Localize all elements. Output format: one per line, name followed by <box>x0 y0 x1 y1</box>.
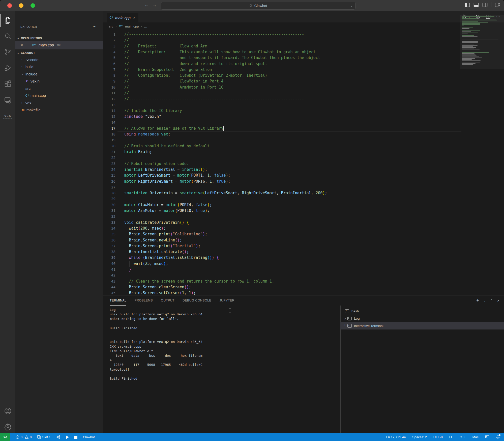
notifications-bell[interactable] <box>496 435 500 440</box>
code-line[interactable]: 21brain Brain; <box>103 149 504 155</box>
code-line[interactable]: 18using namespace vex; <box>103 131 504 137</box>
code-line[interactable]: 1//-------------------------------------… <box>103 32 504 37</box>
project-name-status[interactable]: Clawbot <box>83 435 95 439</box>
code-line[interactable]: 2// <box>103 37 504 43</box>
code-line[interactable]: 40 wait(25, msec); <box>103 261 504 267</box>
sidebar-item-search[interactable] <box>0 30 15 43</box>
panel-tab-jupyter[interactable]: JUPYTER <box>219 295 234 306</box>
slot-status[interactable]: Slot 1 <box>37 435 50 439</box>
code-line[interactable]: 27 <box>103 184 504 190</box>
terminal-list-item-bash[interactable]: bash <box>340 308 504 315</box>
run-program-button[interactable] <box>66 435 69 439</box>
close-tab-icon[interactable]: × <box>133 16 135 20</box>
settings-button[interactable] <box>0 420 15 433</box>
code-line[interactable]: 31motor ArmMotor = motor(PORT10, true); <box>103 208 504 214</box>
code-line[interactable]: 11// <box>103 90 504 96</box>
tree-item-include[interactable]: ⌄include <box>15 70 103 78</box>
platform-status[interactable]: Mac <box>472 435 479 439</box>
breadcrumb-symbol[interactable]: … <box>144 24 147 28</box>
code-line[interactable]: 38 BrainInertial.calibrate(); <box>103 249 504 255</box>
minimap[interactable] <box>462 16 503 65</box>
close-icon[interactable]: × <box>21 43 26 47</box>
command-center-search[interactable]: Clawbot ⌄ <box>161 2 355 10</box>
code-line[interactable]: 5// and transports it forward. The Clawb… <box>103 55 504 61</box>
code-line[interactable]: 12//------------------------------------… <box>103 96 504 102</box>
tree-item-main-cpp[interactable]: C⁺main.cpp <box>15 92 103 99</box>
panel-tab-output[interactable]: OUTPUT <box>161 295 174 306</box>
code-line[interactable]: 20// Brain should be defined by default <box>103 143 504 149</box>
breadcrumb-src[interactable]: src <box>109 24 113 28</box>
code-line[interactable]: 14// Include the IQ Library <box>103 108 504 114</box>
customize-layout-icon[interactable] <box>495 3 500 7</box>
code-line[interactable]: 3// Project: Claw and Arm <box>103 43 504 49</box>
open-editor-item-maincpp[interactable]: × C⁺ main.cpp src <box>15 41 103 49</box>
remote-indicator[interactable]: >< <box>0 433 10 441</box>
tree-item-vex[interactable]: ›vex <box>15 99 103 106</box>
close-panel-icon[interactable]: × <box>497 298 499 303</box>
vex-brain-button[interactable] <box>56 435 61 439</box>
toggle-sidebar-icon[interactable] <box>465 3 470 7</box>
sidebar-item-extensions[interactable] <box>0 77 15 91</box>
open-editors-header[interactable]: ⌄ OPEN EDITORS <box>15 35 103 41</box>
close-window-button[interactable] <box>7 3 12 8</box>
panel-tab-problems[interactable]: PROBLEMS <box>134 295 153 306</box>
new-terminal-icon[interactable]: + <box>476 298 479 303</box>
maximize-panel-icon[interactable]: ⌃ <box>490 299 493 302</box>
code-line[interactable]: 24inertial BrainInertial = inertial(); <box>103 167 504 173</box>
panel-tab-terminal[interactable]: TERMINAL <box>110 295 126 306</box>
code-line[interactable]: 26motor RightDriveSmart = motor(PORT6, 1… <box>103 179 504 184</box>
problems-status[interactable]: 0 0 <box>16 435 32 439</box>
code-line[interactable]: 7// Brain Supported: 2nd generation <box>103 67 504 73</box>
pane-divider[interactable] <box>222 306 222 433</box>
code-line[interactable]: 19 <box>103 137 504 143</box>
code-line[interactable]: 13 <box>103 102 504 108</box>
code-line[interactable]: 4// Description: This example will show … <box>103 49 504 55</box>
maximize-window-button[interactable] <box>31 3 35 8</box>
code-line[interactable]: 10// ArmMotor in Port 10 <box>103 85 504 90</box>
navigate-forward-button[interactable]: → <box>151 3 158 8</box>
code-line[interactable]: 37 Brain.Screen.print("Inertial"); <box>103 243 504 249</box>
tab-maincpp[interactable]: C⁺ main.cpp × <box>107 13 138 22</box>
code-line[interactable]: 34 wait(200, msec); <box>103 226 504 231</box>
eol-status[interactable]: LF <box>449 435 453 439</box>
navigate-back-button[interactable]: ← <box>143 3 150 8</box>
code-line[interactable]: 30motor ClawMotor = motor(PORT4, false); <box>103 202 504 208</box>
code-line[interactable]: 35 Brain.Screen.print("Calibrating"); <box>103 231 504 237</box>
toggle-panel-icon[interactable] <box>473 3 479 7</box>
toggle-secondary-sidebar-icon[interactable] <box>482 3 488 7</box>
code-line[interactable]: 41 } <box>103 267 504 272</box>
code-line[interactable]: 43 // Clears the screen and returns the … <box>103 279 504 284</box>
code-line[interactable]: 45 Brain.Screen.setCursor(1, 1); <box>103 290 504 295</box>
code-editor[interactable]: 1//-------------------------------------… <box>103 31 504 295</box>
code-line[interactable]: 28smartdrive Drivetrain = smartdrive(Lef… <box>103 190 504 196</box>
sidebar-item-explorer[interactable] <box>0 14 15 27</box>
accounts-button[interactable] <box>0 404 15 418</box>
breadcrumb-file[interactable]: main.cpp <box>125 24 139 28</box>
code-line[interactable]: 32 <box>103 214 504 219</box>
code-line[interactable]: 22 <box>103 155 504 161</box>
indentation-status[interactable]: Spaces: 2 <box>412 435 427 439</box>
sidebar-item-run-debug[interactable] <box>0 61 15 74</box>
tree-item--vscode[interactable]: ›.vscode <box>15 56 103 63</box>
code-line[interactable]: 39 while (BrainInertial.isCalibrating())… <box>103 255 504 261</box>
stop-program-button[interactable] <box>74 436 77 439</box>
code-line[interactable]: 33void calibrateDrivetrain() { <box>103 220 504 226</box>
code-line[interactable]: 6// down and returns to its original spo… <box>103 61 504 67</box>
cursor-position-status[interactable]: Ln 17, Col 44 <box>386 435 406 439</box>
terminal-list-item-interactive-terminal[interactable]: └Interactive Terminal <box>340 322 504 329</box>
code-line[interactable]: 36 Brain.Screen.newLine(); <box>103 237 504 243</box>
code-line[interactable]: 17// Allows for easier use of the VEX Li… <box>103 126 504 131</box>
minimize-window-button[interactable] <box>19 3 23 8</box>
terminal-output[interactable]: Logunix build for platform vexiq2 on Dar… <box>110 308 221 381</box>
code-line[interactable]: 15#include "vex.h" <box>103 114 504 120</box>
code-line[interactable]: 16 <box>103 120 504 126</box>
tree-item-vex-h[interactable]: Cvex.h <box>15 78 103 85</box>
code-line[interactable]: 9// ClawMotor in Port 4 <box>103 78 504 84</box>
project-section-header[interactable]: ⌄ CLAWBOT <box>15 49 103 56</box>
code-line[interactable]: 42 <box>103 272 504 278</box>
code-line[interactable]: 44 Brain.Screen.clearScreen(); <box>103 284 504 290</box>
sidebar-item-vex[interactable]: vExROBOTICS <box>0 110 15 123</box>
breadcrumb[interactable]: src › C⁺ main.cpp › … <box>109 22 147 30</box>
tree-item-makefile[interactable]: Mmakefile <box>15 106 103 114</box>
terminal-dropdown-icon[interactable]: ⌄ <box>484 299 486 302</box>
